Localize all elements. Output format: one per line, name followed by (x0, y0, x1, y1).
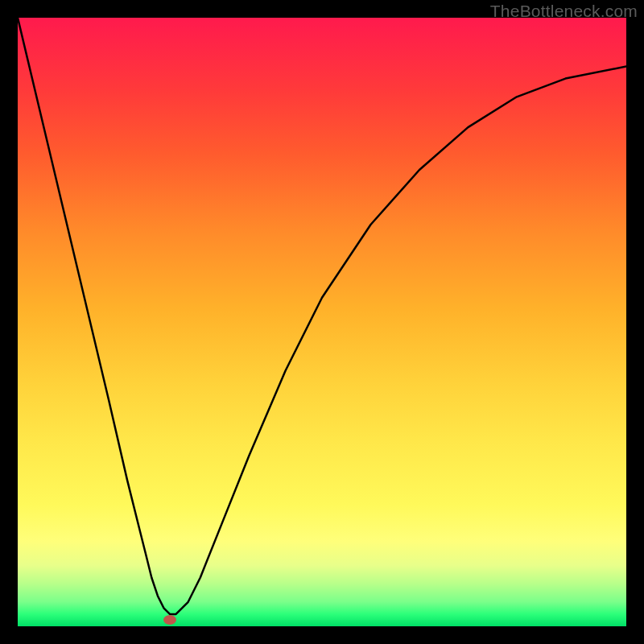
plot-area (18, 18, 626, 626)
chart-frame: TheBottleneck.com (0, 0, 644, 644)
bottleneck-curve (18, 18, 626, 614)
curve-svg (18, 18, 626, 626)
